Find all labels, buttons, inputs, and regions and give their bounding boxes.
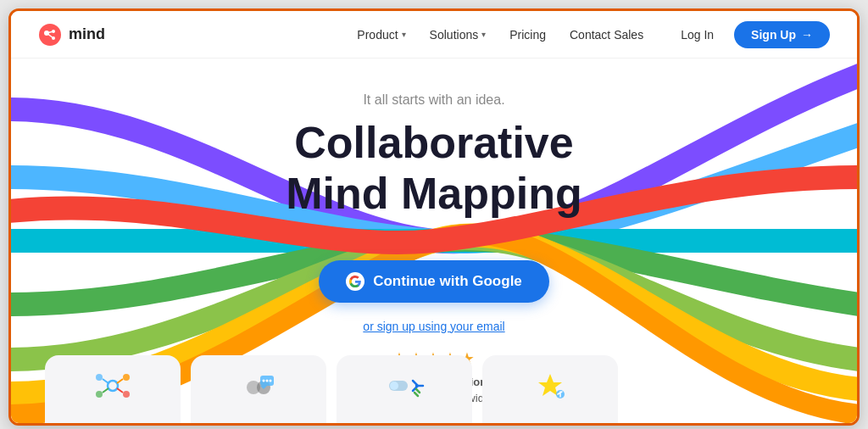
- svg-point-10: [123, 391, 130, 398]
- google-signup-button[interactable]: Continue with Google: [319, 260, 549, 303]
- card-collaboration: [191, 355, 326, 423]
- mind-logo-icon: [38, 23, 62, 47]
- hero-subtitle: It all starts with an idea.: [363, 92, 504, 108]
- google-icon: [346, 272, 364, 291]
- svg-point-8: [123, 374, 130, 381]
- feature-cards: [11, 355, 857, 423]
- nav-auth: Log In Sign Up →: [670, 21, 830, 48]
- nav-contact[interactable]: Contact Sales: [570, 28, 643, 42]
- svg-point-0: [39, 24, 61, 46]
- logo-text: mind: [69, 25, 105, 43]
- nav-solutions[interactable]: Solutions ▾: [430, 28, 487, 42]
- svg-point-19: [266, 380, 269, 382]
- svg-line-13: [103, 388, 108, 393]
- tasks-card-icon: [384, 367, 425, 411]
- signup-button[interactable]: Sign Up →: [734, 21, 830, 48]
- logo-area: mind: [38, 23, 105, 47]
- card-tasks: [337, 355, 472, 423]
- svg-point-18: [263, 380, 265, 382]
- browser-frame: mind Product ▾ Solutions ▾ Pricing Conta…: [8, 8, 860, 426]
- nav-links: Product ▾ Solutions ▾ Pricing Contact Sa…: [357, 28, 643, 42]
- svg-point-6: [108, 381, 118, 391]
- chevron-down-icon: ▾: [402, 30, 406, 39]
- svg-point-20: [270, 380, 272, 382]
- svg-line-11: [103, 379, 108, 383]
- svg-line-12: [117, 379, 123, 383]
- collaboration-card-icon: [238, 367, 279, 411]
- svg-point-9: [96, 391, 103, 398]
- email-signup-link[interactable]: or sign up using your email: [363, 320, 504, 333]
- svg-rect-24: [389, 381, 408, 391]
- hero-title: Collaborative Mind Mapping: [286, 118, 581, 220]
- card-mind-map: [45, 355, 181, 423]
- hero-section: It all starts with an idea. Collaborativ…: [11, 58, 857, 423]
- svg-line-14: [117, 388, 123, 393]
- mind-map-card-icon: [92, 367, 133, 411]
- hero-content: It all starts with an idea. Collaborativ…: [11, 58, 857, 407]
- nav-product[interactable]: Product ▾: [357, 28, 405, 42]
- arrow-right-icon: →: [801, 28, 813, 42]
- login-button[interactable]: Log In: [670, 23, 724, 47]
- card-ai: [482, 355, 618, 423]
- chevron-down-icon: ▾: [481, 30, 486, 39]
- navbar: mind Product ▾ Solutions ▾ Pricing Conta…: [11, 11, 857, 58]
- svg-point-7: [96, 374, 103, 381]
- ai-card-icon: [530, 367, 570, 411]
- nav-pricing[interactable]: Pricing: [509, 28, 546, 42]
